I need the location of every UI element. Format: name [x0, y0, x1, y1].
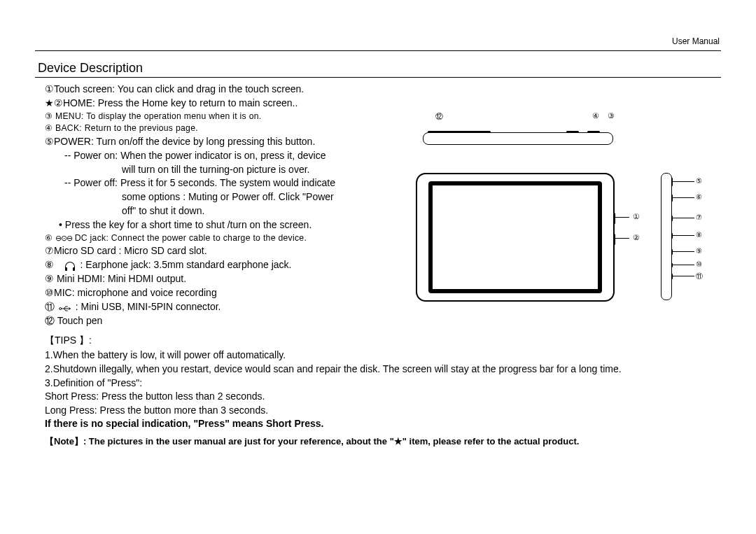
tips-block: 【TIPS 】: 1.When the battery is low, it w… — [35, 334, 721, 431]
desc-line: Press the key for a short time to shut /… — [45, 218, 409, 232]
callout-4: ④ — [592, 111, 599, 120]
desc-line: ③ MENU: To display the operation menu wh… — [45, 111, 409, 122]
desc-line: ④ BACK: Return to the previous page. — [45, 122, 409, 134]
device-front-view: ① ② ⑤ ⑥ — [416, 173, 689, 313]
callout-11: ⑪ — [696, 272, 703, 281]
desc-line: ⑦Micro SD card : Micro SD card slot. — [45, 244, 409, 258]
desc-line: ⑤POWER: Turn on/off the device by long p… — [45, 135, 409, 148]
desc-line: ⑨ Mini HDMI: Mini HDMI output. — [45, 272, 409, 286]
callout-2: ② — [633, 233, 640, 242]
note-line: 【Note】: The pictures in the user manual … — [35, 435, 721, 448]
desc-line: off" to shut it down. — [45, 204, 409, 218]
callout-5: ⑤ — [696, 177, 702, 185]
tips-line: 3.Definition of "Press": — [45, 377, 721, 391]
callout-10: ⑩ — [696, 260, 702, 268]
desc-line: ⑧ : Earphone jack: 3.5mm standard earpho… — [45, 258, 409, 272]
svg-point-0 — [59, 308, 62, 310]
device-top-view: ⑫ ④ ③ — [423, 124, 626, 145]
device-side-view: ⑤ ⑥ ⑦ ⑧ ⑨ ⑩ ⑪ — [661, 173, 710, 302]
number-11: ⑪ — [45, 301, 55, 312]
callout-6: ⑥ — [696, 193, 702, 201]
tips-bold: If there is no special indication, "Pres… — [45, 417, 721, 431]
dc-jack-icon: ⊖⊙⊖ — [55, 233, 72, 244]
tips-title: 【TIPS 】: — [45, 334, 721, 348]
usb-icon — [59, 303, 71, 311]
desc-line: ⑪ : Mini USB, MINI-5PIN connector. — [45, 300, 409, 314]
callout-9: ⑨ — [696, 247, 702, 255]
desc-line: ⑩MIC: microphone and voice recording — [45, 286, 409, 300]
callout-3: ③ — [608, 111, 615, 120]
desc-line: ①Touch screen: You can click and drag in… — [45, 83, 409, 96]
desc-line: some options : Muting or Power off. Clic… — [45, 190, 409, 204]
desc-text: : Mini USB, MINI-5PIN connector. — [76, 301, 221, 312]
desc-line: ★②HOME: Press the Home key to return to … — [45, 97, 409, 110]
tips-line: 1.When the battery is low, it will power… — [45, 349, 721, 363]
callout-12: ⑫ — [435, 111, 443, 122]
description-column: ①Touch screen: You can click and drag in… — [35, 82, 409, 328]
desc-line: ⑥ ⊖⊙⊖ DC jack: Connect the power cable t… — [45, 232, 409, 244]
tips-line: Short Press: Press the button less than … — [45, 390, 721, 404]
desc-line: ⑫ Touch pen — [45, 314, 409, 328]
desc-line: -- Power on: When the power indicator is… — [45, 149, 409, 162]
number-8: ⑧ — [45, 259, 54, 270]
desc-text: DC jack: Connect the power cable to char… — [75, 233, 307, 243]
callout-8: ⑧ — [696, 231, 702, 239]
number-6: ⑥ — [45, 233, 52, 243]
desc-line: will turn on till the turning-on picture… — [45, 163, 409, 176]
figure-column: ⑫ ④ ③ ① ② — [409, 82, 721, 313]
desc-line: -- Power off: Press it for 5 seconds. Th… — [45, 176, 409, 190]
desc-text: : Earphone jack: 3.5mm standard earphone… — [80, 259, 292, 270]
section-title: Device Description — [35, 51, 721, 77]
tips-line: 2.Shutdown illegally, when you restart, … — [45, 363, 721, 377]
callout-1: ① — [633, 212, 640, 221]
tips-line: Long Press: Press the button more than 3… — [45, 404, 721, 418]
callout-7: ⑦ — [696, 213, 702, 221]
header-label: User Manual — [35, 28, 721, 50]
headphone-icon — [65, 262, 75, 269]
title-divider — [35, 77, 721, 78]
